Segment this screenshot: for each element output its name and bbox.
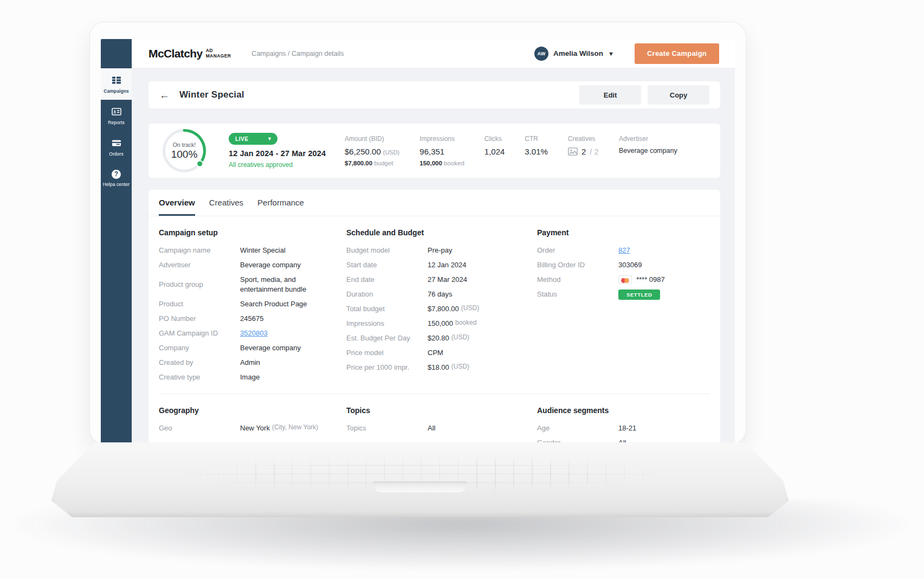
field-row: Campaign nameWinter Special [159,246,346,255]
logo-subtitle: AD MANAGER [206,48,231,59]
laptop-trackpad-notch [373,481,467,492]
field-row: StatusSETTLED [537,290,710,300]
section-title: Geography [159,406,346,415]
payment-method: **** 0987 [618,275,665,285]
metrics-row: Amount (BID) $6,250.00(USD) $7,800.00 bu… [345,135,677,166]
tab-creatives[interactable]: Creatives [209,198,243,216]
field-row: Est. Budget Per Day$20.80(USD) [346,333,537,343]
credit-card-icon [111,138,122,149]
field-row: Price modelCPM [346,348,537,358]
section-geography: Geography GeoNew York(City, New York) [159,406,346,445]
campaigns-grid-icon [111,75,122,86]
section-audience-segments: Audience segments Age18-21 GenderAll Int… [537,406,710,445]
sidebar-item-label: Campaigns [104,88,129,94]
image-icon [568,147,578,156]
top-bar-right: AW Amelia Wilson ▼ Create Campaign [534,43,719,64]
details-grid: Campaign setup Campaign nameWinter Speci… [148,216,720,387]
section-topics: Topics TopicsAll [346,406,537,445]
field-row: GAM Campaign ID3520803 [159,329,346,338]
campaign-title-card: ← Winter Special Edit Copy [148,81,720,108]
page-title: Winter Special [179,89,244,100]
gam-campaign-id-link[interactable]: 3520803 [240,329,268,338]
campaign-details-card: Overview Creatives Performance Campaign … [148,190,720,445]
field-row: Impressions150,000booked [346,319,537,329]
section-title: Campaign setup [159,228,346,237]
app-screen: Campaigns Reports [101,39,735,445]
sidebar: Campaigns Reports [101,39,132,445]
section-title: Schedule and Budget [346,228,537,237]
metric-ctr: CTR 3.01% [525,135,548,156]
laptop-screen-bezel: Campaigns Reports [89,22,746,445]
field-row: Total budget$7,800.00(USD) [346,304,537,314]
mastercard-icon [618,275,632,284]
campaign-status-block: LIVE ▼ 12 Jan 2024 - 27 Mar 2024 All cre… [229,133,324,169]
tab-overview[interactable]: Overview [159,198,195,216]
sidebar-item-help-center[interactable]: ? Helpa center [101,163,132,194]
field-row: Budget modelPre-pay [346,246,537,255]
section-campaign-setup: Campaign setup Campaign nameWinter Speci… [159,228,346,387]
campaign-date-range: 12 Jan 2024 - 27 Mar 2024 [229,149,324,158]
app-logo: McClatchy AD MANAGER [148,47,231,60]
create-campaign-button[interactable]: Create Campaign [635,43,719,64]
laptop-base [51,442,789,517]
progress-value: 100% [171,149,198,160]
sidebar-item-label: Helpa center [103,182,130,187]
metric-creatives: Creatives 2 / 2 [568,135,599,156]
sidebar-item-campaigns[interactable]: Campaigns [101,68,132,100]
logo-wordmark: McClatchy [148,47,203,60]
status-dropdown[interactable]: LIVE ▼ [229,133,277,145]
page-background: Campaigns Reports [0,0,924,579]
id-card-icon [111,106,122,117]
section-title: Topics [346,406,537,415]
metric-impressions: Impressions 96,351 150,000 booked [419,135,464,166]
avatar[interactable]: AW [534,47,548,61]
top-bar: McClatchy AD MANAGER Campaigns / Campaig… [132,39,735,68]
sidebar-item-orders[interactable]: Orders [101,131,132,163]
sidebar-item-label: Reports [108,120,124,125]
field-row: Creative typeImage [159,372,346,382]
field-row: Order827 [537,246,710,255]
chevron-down-icon[interactable]: ▼ [608,50,614,57]
field-row: Price per 1000 impr.$18.00(USD) [346,363,537,372]
field-row: Method **** 0987 [537,275,710,285]
campaign-stats-card: On track! 100% LIVE ▼ 12 Jan 2024 - 27 M… [148,124,720,178]
metric-advertiser: Advertiser Beverage company [619,135,677,155]
metric-clicks: Clicks 1,024 [484,135,505,156]
title-actions: Edit Copy [579,85,709,105]
field-row: GeoNew York(City, New York) [159,423,346,433]
order-link[interactable]: 827 [618,246,630,255]
field-row: End date27 Mar 2024 [346,275,537,285]
section-schedule-budget: Schedule and Budget Budget modelPre-pay … [346,228,537,387]
copy-button[interactable]: Copy [648,85,709,105]
tab-bar: Overview Creatives Performance [148,190,720,216]
status-badge: SETTLED [618,290,660,300]
section-title: Audience segments [537,406,710,415]
section-payment: Payment Order827 Billing Order ID303069 … [537,228,710,387]
field-row: TopicsAll [346,423,537,433]
field-row: PO Number245675 [159,314,346,324]
main-content: ← Winter Special Edit Copy [132,68,735,445]
breadcrumb[interactable]: Campaigns / Campaign details [251,50,344,57]
tab-performance[interactable]: Performance [257,198,304,216]
field-row: Duration76 days [346,290,537,299]
back-arrow-icon[interactable]: ← [159,90,170,100]
progress-ring-text: On track! 100% [161,128,207,173]
field-row: Age18-21 [537,423,710,433]
field-row: Product groupSport, media, and entertain… [159,275,346,294]
sidebar-item-reports[interactable]: Reports [101,100,132,131]
sidebar-item-label: Orders [109,151,124,157]
progress-ring: On track! 100% [161,128,207,173]
section-title: Payment [537,228,710,237]
help-icon: ? [112,170,121,179]
user-name[interactable]: Amelia Wilson [553,49,603,57]
field-row: AdvertiserBeverage company [159,260,346,270]
progress-label: On track! [173,141,196,148]
creatives-approved-note: All creatives approved [229,161,324,169]
status-badge: LIVE [235,136,249,142]
field-row: Start date12 Jan 2024 [346,260,537,270]
chevron-down-icon: ▼ [267,137,272,141]
edit-button[interactable]: Edit [579,85,641,105]
targeting-grid: Geography GeoNew York(City, New York) To… [148,394,720,445]
metric-amount: Amount (BID) $6,250.00(USD) $7,800.00 bu… [345,135,399,166]
field-row: CompanyBeverage company [159,343,346,353]
